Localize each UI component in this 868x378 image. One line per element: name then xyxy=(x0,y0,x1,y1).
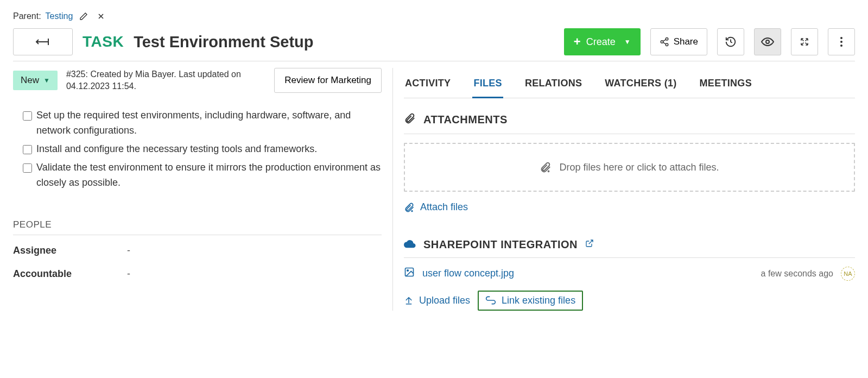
link-text: Link existing files xyxy=(502,295,575,306)
back-button[interactable] xyxy=(13,28,73,55)
link-text: Upload files xyxy=(419,295,470,306)
svg-point-2 xyxy=(666,43,668,46)
sharepoint-heading: SHAREPOINT INTEGRATION xyxy=(404,238,855,251)
chevron-down-icon: ▼ xyxy=(624,38,631,46)
svg-point-3 xyxy=(766,40,769,43)
fullscreen-button[interactable] xyxy=(791,28,818,55)
share-label: Share xyxy=(674,36,698,47)
create-button[interactable]: + Create ▼ xyxy=(564,28,641,55)
file-row: user flow concept.jpg a few seconds ago … xyxy=(404,267,855,281)
accountable-row[interactable]: Accountable - xyxy=(13,268,382,280)
tab-relations[interactable]: RELATIONS xyxy=(524,72,583,98)
file-time: a few seconds ago xyxy=(761,269,833,279)
watch-button[interactable] xyxy=(754,28,781,55)
cloud-icon xyxy=(404,238,416,251)
avatar: NA xyxy=(841,267,855,281)
attach-files-link[interactable]: Attach files xyxy=(404,201,468,213)
checkbox[interactable] xyxy=(23,111,32,121)
tab-meetings[interactable]: MEETINGS xyxy=(699,72,753,98)
status-label: New xyxy=(21,75,39,86)
upload-icon xyxy=(404,295,414,305)
tab-activity[interactable]: ACTIVITY xyxy=(404,72,452,98)
plus-icon: + xyxy=(574,35,581,49)
checklist-item[interactable]: Set up the required test environments, i… xyxy=(23,108,382,138)
paperclip-icon xyxy=(404,112,416,127)
divider xyxy=(404,257,855,258)
header: TASK Test Environment Setup + Create ▼ S… xyxy=(13,28,855,55)
type-badge: TASK xyxy=(83,33,124,51)
section-title: SHAREPOINT INTEGRATION xyxy=(423,238,578,251)
field-label: Assignee xyxy=(13,245,127,256)
svg-point-4 xyxy=(840,37,842,39)
link-text: Attach files xyxy=(420,201,468,213)
divider xyxy=(13,61,855,61)
assignee-row[interactable]: Assignee - xyxy=(13,245,382,256)
parent-label: Parent: xyxy=(13,11,41,21)
attachments-heading: ATTACHMENTS xyxy=(404,112,855,127)
parent-link[interactable]: Testing xyxy=(46,11,73,21)
field-value: - xyxy=(127,245,130,256)
link-existing-files-link[interactable]: Link existing files xyxy=(478,291,583,311)
edit-parent-icon[interactable] xyxy=(77,10,90,23)
share-icon xyxy=(660,37,669,47)
tab-watchers[interactable]: WATCHERS (1) xyxy=(604,72,677,98)
checkbox[interactable] xyxy=(23,145,32,154)
status-dropdown[interactable]: New ▼ xyxy=(13,71,58,90)
share-button[interactable]: Share xyxy=(650,28,707,55)
checklist-text: Validate the test environment to ensure … xyxy=(36,160,382,191)
section-title: ATTACHMENTS xyxy=(423,114,508,126)
page-title: Test Environment Setup xyxy=(134,33,313,51)
dropzone-text: Drop files here or click to attach files… xyxy=(559,162,719,173)
checklist-text: Install and configure the necessary test… xyxy=(36,142,317,157)
side-pane: ACTIVITY FILES RELATIONS WATCHERS (1) ME… xyxy=(393,68,855,311)
meta-info: #325: Created by Mia Bayer. Last updated… xyxy=(66,68,245,93)
svg-point-8 xyxy=(407,270,409,272)
checklist-item[interactable]: Validate the test environment to ensure … xyxy=(23,160,382,191)
external-link-icon[interactable] xyxy=(585,239,594,250)
review-button[interactable]: Review for Marketing xyxy=(274,68,382,93)
divider xyxy=(13,235,382,235)
field-label: Accountable xyxy=(13,268,127,280)
link-icon xyxy=(485,296,496,305)
divider xyxy=(404,134,855,134)
svg-point-1 xyxy=(661,41,663,43)
attach-icon xyxy=(540,161,552,173)
details-pane: New ▼ #325: Created by Mia Bayer. Last u… xyxy=(13,68,393,311)
people-heading: PEOPLE xyxy=(13,219,382,230)
description-checklist: Set up the required test environments, i… xyxy=(13,108,382,190)
checklist-item[interactable]: Install and configure the necessary test… xyxy=(23,142,382,157)
more-button[interactable] xyxy=(828,28,855,55)
checkbox[interactable] xyxy=(23,163,32,173)
field-value: - xyxy=(127,268,130,280)
chevron-down-icon: ▼ xyxy=(43,77,50,84)
upload-files-link[interactable]: Upload files xyxy=(404,295,470,306)
tabs: ACTIVITY FILES RELATIONS WATCHERS (1) ME… xyxy=(404,72,855,98)
close-icon[interactable] xyxy=(94,10,107,23)
attach-icon xyxy=(404,202,415,213)
svg-point-0 xyxy=(666,38,668,41)
tab-files[interactable]: FILES xyxy=(472,72,503,98)
activity-log-button[interactable] xyxy=(717,28,744,55)
file-dropzone[interactable]: Drop files here or click to attach files… xyxy=(404,143,855,192)
svg-point-5 xyxy=(840,41,842,43)
create-label: Create xyxy=(586,36,616,48)
image-icon xyxy=(404,267,415,280)
svg-point-6 xyxy=(840,45,842,47)
breadcrumb: Parent: Testing xyxy=(13,10,855,23)
file-link[interactable]: user flow concept.jpg xyxy=(422,268,514,279)
checklist-text: Set up the required test environments, i… xyxy=(36,108,382,138)
